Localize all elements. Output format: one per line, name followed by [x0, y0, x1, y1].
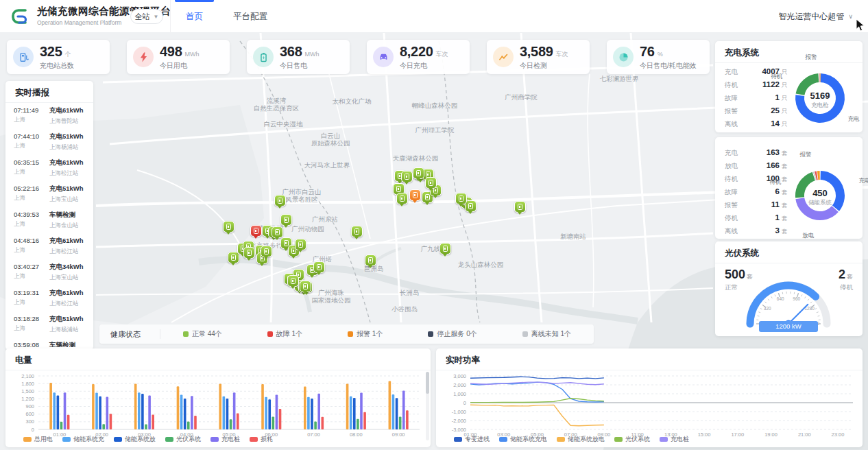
- legend-swatch: [499, 437, 507, 442]
- scrollbar[interactable]: [426, 372, 429, 440]
- station-pin-fault[interactable]: [250, 225, 262, 237]
- stat-row: 充电163套: [725, 148, 788, 161]
- svg-text:17:00: 17:00: [731, 431, 744, 436]
- legend-swatch: [614, 437, 623, 442]
- broadcast-event: 充电61kWh: [49, 106, 93, 115]
- station-pin-normal[interactable]: [228, 252, 239, 263]
- status-dot: [348, 331, 353, 337]
- charging-pile-icon: [254, 228, 258, 234]
- health-item[interactable]: 停止服务 0个: [428, 329, 477, 339]
- stat-row: 放电166套: [725, 161, 788, 174]
- legend-item[interactable]: 储能系统充电: [499, 435, 547, 444]
- stat-value: 163: [748, 148, 780, 156]
- kpi-unit: MWh: [304, 51, 319, 58]
- legend-item[interactable]: 储能系统放: [114, 435, 156, 444]
- station-pin-normal[interactable]: [365, 254, 376, 266]
- legend-swatch: [660, 437, 668, 442]
- kpi-value: 8,220: [400, 44, 433, 60]
- charging-pile-icon: [405, 174, 409, 180]
- battery-icon: [253, 47, 274, 67]
- broadcast-time: 03:59:08: [14, 341, 49, 347]
- kpi-unit: 车次: [436, 50, 448, 59]
- station-pin-alarm[interactable]: [409, 189, 421, 201]
- legend-swatch: [557, 437, 565, 442]
- health-label: 离线未知 1个: [531, 329, 571, 339]
- svg-text:640: 640: [777, 296, 784, 301]
- legend-item[interactable]: 损耗: [250, 435, 273, 444]
- broadcast-time: 07:11:49: [14, 106, 49, 114]
- legend-item[interactable]: 充电桩: [210, 435, 240, 444]
- station-pin-normal[interactable]: [272, 226, 283, 238]
- station-pin-normal[interactable]: [223, 221, 234, 233]
- station-pin-normal[interactable]: [351, 226, 363, 237]
- station-pin-normal[interactable]: [261, 246, 272, 257]
- donut-callout: 放电: [803, 232, 815, 240]
- broadcast-list[interactable]: 07:11:49上海充电61kWh上海普陀站07:44:10上海充电51kWh上…: [5, 103, 93, 347]
- broadcast-city: 上海: [14, 246, 49, 254]
- kpi-value: 498: [160, 44, 182, 60]
- donut-callout: 报警: [800, 151, 812, 159]
- broadcast-event: 充电61kWh: [49, 289, 93, 298]
- legend-item[interactable]: 光伏系统: [165, 435, 201, 444]
- station-pin-normal[interactable]: [439, 243, 451, 254]
- stat-label: 停机: [725, 214, 748, 223]
- broadcast-station: 上海宝山站: [49, 196, 93, 204]
- car-icon: [373, 47, 394, 67]
- broadcast-time: 03:18:28: [14, 315, 49, 322]
- station-pin-normal[interactable]: [425, 177, 437, 189]
- station-pin-normal[interactable]: [280, 214, 292, 226]
- charging-pile-icon: [231, 254, 236, 261]
- broadcast-city: 上海: [14, 220, 49, 228]
- stat-label: 离线: [725, 227, 748, 236]
- station-pin-normal[interactable]: [401, 171, 413, 182]
- energy-bar-chart: 03006009001,2001,5001,8002,10001:0002:00…: [8, 370, 425, 436]
- broadcast-station: 上海普陀站: [49, 117, 93, 126]
- legend-item[interactable]: 专变进线: [454, 435, 490, 444]
- energy-chart-panel: 电量 03006009001,2001,5001,8002,10001:0002…: [5, 348, 431, 447]
- kpi-label: 今日检测: [520, 61, 547, 71]
- svg-text:3,000: 3,000: [453, 373, 466, 379]
- station-selector[interactable]: 全站 ▼: [130, 9, 163, 24]
- list-item: 03:19:31上海充电61kWh上海松江站: [5, 285, 93, 311]
- charging-pile-icon: [468, 203, 473, 209]
- health-item[interactable]: 报警 1个: [348, 329, 383, 339]
- realtime-broadcast-panel: 实时播报 07:11:49上海充电61kWh上海普陀站07:44:10上海充电5…: [5, 81, 93, 350]
- broadcast-station: 上海杨浦站: [49, 143, 93, 152]
- station-pin-normal[interactable]: [243, 247, 255, 259]
- kpi-label: 今日售电/耗电能效: [640, 61, 697, 71]
- legend-swatch: [165, 437, 173, 442]
- user-menu[interactable]: 智光运营中心超管 ∨: [778, 0, 853, 33]
- legend-item[interactable]: 储能系统放电: [557, 435, 605, 444]
- tab-home[interactable]: 首页: [171, 0, 218, 33]
- station-pin-normal[interactable]: [274, 195, 286, 206]
- station-pin-normal[interactable]: [295, 239, 306, 250]
- charging-system-panel: 充电系统 充电4007只待机1122只故障1只报警25只离线14只 5169充电…: [715, 41, 863, 132]
- stat-label: 故障: [725, 94, 748, 103]
- legend-item[interactable]: 总用电: [23, 435, 53, 444]
- legend-item[interactable]: 储能系统充: [62, 435, 104, 444]
- energy-chart-title: 电量: [15, 355, 32, 366]
- charging-pile-icon: [425, 194, 430, 200]
- health-status-title: 健康状态: [99, 329, 160, 339]
- stat-value: 1: [748, 93, 780, 102]
- health-item[interactable]: 故障 1个: [267, 329, 302, 339]
- tab-platform-config[interactable]: 平台配置: [218, 0, 282, 33]
- station-pin-normal[interactable]: [287, 275, 299, 287]
- station-pin-normal[interactable]: [413, 167, 424, 179]
- svg-text:0: 0: [32, 427, 34, 433]
- pv-gauge-chart: 032064096012801600: [720, 261, 857, 329]
- station-pin-normal[interactable]: [514, 201, 526, 213]
- broadcast-event: 车辆检测: [49, 211, 93, 220]
- health-item[interactable]: 正常 44个: [183, 329, 222, 339]
- health-item[interactable]: 离线未知 1个: [522, 329, 571, 339]
- legend-item[interactable]: 光伏系统: [614, 435, 650, 444]
- station-pin-normal[interactable]: [300, 281, 311, 292]
- charging-pile-icon: [459, 196, 463, 202]
- legend-item[interactable]: 充电桩: [660, 435, 689, 444]
- charging-pile-icon: [443, 246, 448, 252]
- dashboard-root: 流溪湾自然生态保育区白云中央湿地太和文化广场白云山原始森林公园大河马水上世界帽峰…: [0, 0, 868, 450]
- station-pin-normal[interactable]: [313, 261, 325, 273]
- legend-swatch: [62, 437, 71, 442]
- station-pin-normal[interactable]: [396, 193, 408, 204]
- station-pin-normal[interactable]: [455, 193, 467, 204]
